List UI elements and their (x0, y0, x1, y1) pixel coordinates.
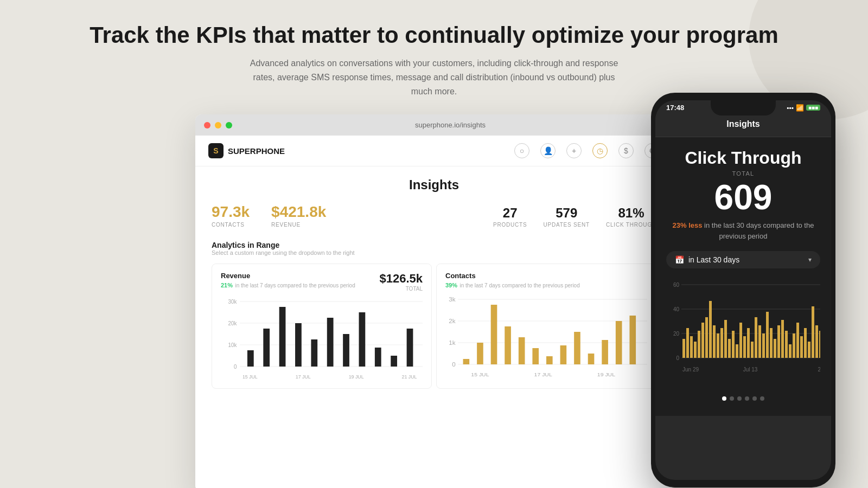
svg-rect-38 (560, 345, 567, 364)
revenue-chart-title: Revenue (221, 272, 355, 280)
logo-icon: S (208, 143, 224, 158)
svg-rect-63 (713, 325, 716, 358)
signal-icon: ▪▪▪ (787, 104, 794, 112)
nav-icon-circle[interactable]: ○ (514, 143, 529, 158)
svg-rect-56 (686, 328, 689, 358)
svg-text:Jul 13: Jul 13 (743, 367, 758, 373)
contacts-chart-title: Contacts (445, 272, 580, 280)
svg-text:0: 0 (676, 355, 679, 361)
svg-text:40: 40 (673, 306, 680, 312)
phone-comparison: 23% less in the last 30 days compared to… (666, 220, 820, 241)
svg-rect-67 (728, 339, 731, 358)
svg-text:60: 60 (673, 282, 680, 288)
calendar-icon: 📅 (675, 255, 684, 264)
svg-text:30k: 30k (228, 299, 237, 305)
stat-products: 27 PRODUCTS (493, 206, 527, 228)
revenue-chart-area: 30k 20k 10k 0 (221, 296, 423, 383)
svg-text:19 JUL: 19 JUL (349, 374, 364, 380)
svg-text:21 JUL: 21 JUL (402, 374, 417, 380)
svg-rect-17 (391, 356, 397, 367)
svg-rect-69 (736, 344, 738, 358)
phone-total-value: 609 (666, 180, 820, 215)
stat-contacts-value: 97.3k (212, 203, 250, 221)
date-filter-text: in Last 30 days (688, 255, 739, 264)
phone-dot-6[interactable] (760, 396, 764, 401)
stat-contacts-label: CONTACTS (212, 222, 250, 228)
svg-rect-40 (588, 354, 595, 364)
phone-metric-title: Click Through (666, 148, 820, 168)
phone-dot-4[interactable] (745, 396, 749, 401)
nav-icon-person[interactable]: 👤 (540, 143, 556, 158)
charts-row: Revenue 21% in the last 7 days compared … (212, 264, 656, 389)
logo-text: SUPERPHONE (228, 146, 285, 156)
svg-text:15 JUL: 15 JUL (471, 372, 489, 377)
stat-updates-value: 579 (543, 206, 590, 221)
svg-rect-16 (375, 348, 381, 367)
stat-products-label: PRODUCTS (493, 222, 527, 228)
svg-text:Jun 29: Jun 29 (682, 367, 699, 373)
nav-icon-clock[interactable]: ◷ (592, 143, 608, 158)
phone-dot-2[interactable] (730, 396, 734, 401)
phone-date-filter[interactable]: 📅 in Last 30 days ▾ (666, 251, 820, 268)
svg-rect-10 (279, 307, 286, 367)
svg-text:1k: 1k (449, 340, 456, 346)
browser-dot-red[interactable] (204, 122, 210, 129)
svg-text:0: 0 (234, 364, 237, 370)
analytics-section: Analytics in Range Select a custom range… (212, 241, 656, 256)
svg-rect-61 (705, 317, 708, 358)
phone-dot-5[interactable] (752, 396, 757, 401)
svg-rect-18 (407, 329, 413, 367)
svg-text:2k: 2k (449, 318, 456, 324)
browser-dot-yellow[interactable] (215, 122, 221, 129)
browser-url: superphone.io/insights (237, 121, 664, 129)
contacts-chart-sub: in the last 7 days compared to the previ… (459, 282, 579, 288)
svg-rect-91 (819, 331, 820, 358)
svg-rect-86 (800, 336, 803, 358)
phone-chart-area: 60 40 20 0 (666, 279, 820, 388)
svg-rect-43 (629, 316, 636, 364)
phone-total-label: TOTAL (666, 170, 820, 177)
app-nav: S SUPERPHONE ○ 👤 + ◷ $ ⚙ (195, 136, 673, 166)
svg-rect-15 (359, 312, 366, 367)
svg-rect-14 (343, 334, 349, 367)
contacts-chart-pct: 39% (445, 282, 457, 288)
svg-rect-75 (758, 325, 761, 358)
phone-frame: 17:48 ▪▪▪ 📶 ■■■ Insights Click Through T… (651, 93, 835, 487)
svg-rect-90 (815, 325, 818, 358)
analytics-title: Analytics in Range (212, 241, 656, 249)
revenue-chart-card: Revenue 21% in the last 7 days compared … (212, 264, 432, 389)
svg-text:0: 0 (452, 362, 455, 368)
svg-rect-9 (263, 329, 270, 367)
phone-app-header: Insights (655, 114, 831, 137)
content-area: superphone.io/insights S SUPERPHONE ○ 👤 … (0, 109, 868, 488)
phone-screen: 17:48 ▪▪▪ 📶 ■■■ Insights Click Through T… (655, 100, 831, 480)
stats-row: 97.3k CONTACTS $421.8k REVENUE 27 PRODUC… (212, 203, 656, 228)
svg-rect-8 (247, 350, 254, 367)
phone-dot-1[interactable] (722, 396, 726, 401)
svg-rect-84 (793, 333, 795, 358)
svg-text:15 JUL: 15 JUL (242, 374, 258, 380)
phone-comparison-pct: 23% less (673, 221, 703, 229)
phone-comparison-text: in the last 30 days compared to the prev… (704, 221, 814, 240)
svg-text:3k: 3k (449, 297, 456, 303)
browser-dot-green[interactable] (226, 122, 232, 129)
app-logo: S SUPERPHONE (208, 143, 285, 158)
svg-rect-76 (762, 333, 765, 358)
phone-dot-3[interactable] (737, 396, 742, 401)
svg-rect-13 (327, 318, 334, 367)
stat-clickthrough-label: CLICK THROUGH (606, 222, 656, 228)
svg-rect-35 (519, 337, 525, 364)
battery-icon: ■■■ (806, 105, 820, 111)
svg-rect-65 (720, 328, 723, 358)
revenue-chart-header: Revenue 21% in the last 7 days compared … (221, 272, 423, 292)
svg-rect-39 (574, 332, 580, 364)
nav-icon-dollar[interactable]: $ (618, 143, 634, 158)
svg-rect-36 (532, 348, 539, 364)
svg-rect-12 (311, 339, 317, 367)
app-content: Insights 97.3k CONTACTS $421.8k REVENUE … (195, 166, 673, 488)
stat-updates-label: UPDATES SENT (543, 222, 590, 228)
nav-icon-plus[interactable]: + (566, 143, 582, 158)
svg-rect-64 (717, 333, 719, 358)
svg-rect-83 (789, 344, 792, 358)
svg-rect-41 (602, 340, 608, 364)
